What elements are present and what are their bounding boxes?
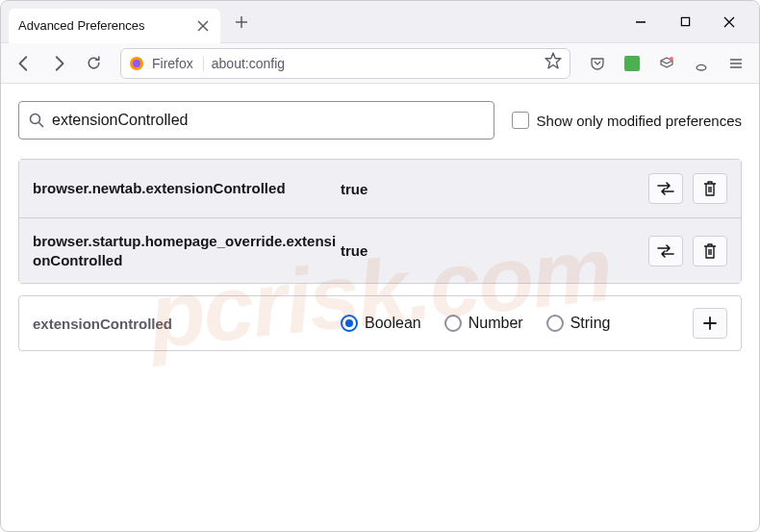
minimize-button[interactable] — [619, 7, 663, 38]
pref-row: browser.newtab.extensionControlled true — [19, 160, 741, 218]
radio-label: Boolean — [365, 315, 421, 332]
radio-number[interactable]: Number — [444, 315, 523, 332]
type-radio-group: Boolean Number String — [341, 315, 673, 332]
maximize-button[interactable] — [663, 7, 707, 38]
extension-icon[interactable] — [617, 48, 647, 79]
search-input[interactable] — [52, 112, 484, 129]
pref-row: browser.startup.homepage_override.extens… — [19, 218, 741, 283]
radio-icon — [444, 315, 462, 332]
back-button[interactable] — [9, 48, 39, 79]
close-tab-icon[interactable] — [195, 18, 211, 34]
svg-point-3 — [670, 57, 673, 61]
toggle-button[interactable] — [648, 236, 683, 266]
menu-button[interactable] — [721, 48, 751, 79]
tab-title: Advanced Preferences — [18, 18, 145, 33]
radio-label: Number — [469, 315, 523, 332]
checkbox-label: Show only modified preferences — [537, 113, 742, 129]
browser-tab[interactable]: Advanced Preferences — [9, 9, 220, 43]
new-tab-button[interactable] — [228, 9, 255, 36]
pref-name: browser.startup.homepage_override.extens… — [33, 232, 341, 269]
delete-button[interactable] — [693, 236, 727, 266]
identity-label: Firefox — [152, 56, 204, 71]
add-button[interactable] — [693, 308, 727, 339]
radio-string[interactable]: String — [546, 315, 611, 332]
url-text: about:config — [212, 56, 537, 71]
bookmark-star-icon[interactable] — [545, 52, 562, 74]
url-bar[interactable]: Firefox about:config — [120, 48, 570, 79]
radio-icon — [546, 315, 564, 332]
svg-point-2 — [133, 60, 140, 67]
svg-rect-0 — [681, 17, 689, 25]
radio-label: String — [570, 315, 611, 332]
show-modified-checkbox[interactable]: Show only modified preferences — [512, 112, 742, 129]
titlebar: Advanced Preferences — [1, 1, 759, 43]
search-icon — [29, 113, 44, 128]
preferences-table: browser.newtab.extensionControlled true … — [18, 159, 742, 284]
navigation-toolbar: Firefox about:config — [1, 43, 759, 84]
account-icon[interactable] — [686, 48, 717, 79]
window-controls — [619, 7, 751, 38]
checkbox-icon — [512, 112, 529, 129]
delete-button[interactable] — [693, 173, 727, 204]
close-window-button[interactable] — [707, 7, 751, 38]
radio-boolean[interactable]: Boolean — [341, 315, 421, 332]
new-pref-row: extensionControlled Boolean Number Strin… — [18, 295, 742, 351]
pref-value: true — [341, 242, 648, 259]
toggle-button[interactable] — [648, 173, 683, 204]
pocket-icon[interactable] — [582, 48, 613, 79]
forward-button[interactable] — [43, 48, 74, 79]
content-area: Show only modified preferences browser.n… — [1, 84, 759, 368]
radio-icon — [341, 315, 358, 332]
new-pref-name: extensionControlled — [33, 316, 321, 332]
firefox-icon — [129, 56, 144, 71]
search-box[interactable] — [18, 101, 494, 139]
reload-button[interactable] — [78, 48, 109, 79]
pref-value: true — [341, 181, 648, 197]
pref-name: browser.newtab.extensionControlled — [33, 179, 341, 198]
downloads-icon[interactable] — [651, 48, 682, 79]
svg-point-4 — [31, 114, 40, 124]
